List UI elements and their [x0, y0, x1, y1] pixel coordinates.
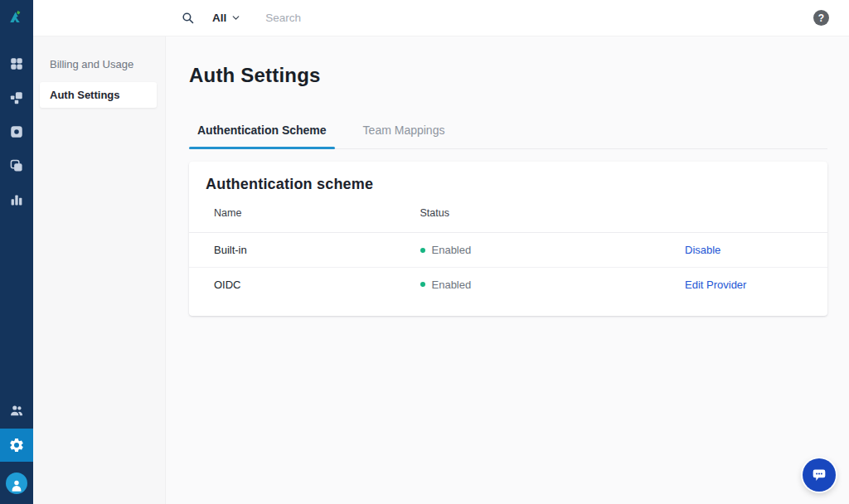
authentication-scheme-card: Authentication scheme Name Status Built-…: [189, 162, 827, 316]
card-title: Authentication scheme: [189, 162, 827, 193]
page-title: Auth Settings: [189, 64, 827, 87]
applications-icon[interactable]: [9, 90, 24, 105]
scheme-status: Enabled: [420, 244, 686, 256]
table-header: Name Status: [189, 193, 827, 233]
table-row: OIDC Enabled Edit Provider: [189, 267, 827, 301]
anchore-logo-icon: [7, 7, 26, 26]
scheme-name: OIDC: [214, 279, 420, 291]
main-content: Auth Settings Authentication Scheme Team…: [166, 36, 849, 504]
scheme-status: Enabled: [420, 279, 686, 291]
chevron-down-icon: [230, 12, 241, 23]
search-icon[interactable]: [181, 11, 195, 25]
disable-link[interactable]: Disable: [685, 244, 720, 256]
settings-nav-item-auth[interactable]: Auth Settings: [40, 82, 157, 108]
anchore-logo[interactable]: [0, 0, 33, 33]
column-header-status: Status: [420, 207, 686, 219]
chat-button[interactable]: [803, 458, 836, 492]
row-action: Disable: [685, 244, 803, 256]
help-button[interactable]: ?: [813, 10, 829, 26]
status-text: Enabled: [432, 244, 472, 256]
settings-nav: Billing and Usage Auth Settings: [33, 36, 166, 504]
team-icon[interactable]: [9, 403, 24, 418]
row-action: Edit Provider: [685, 279, 803, 291]
tab-authentication-scheme[interactable]: Authentication Scheme: [189, 124, 335, 148]
edit-provider-link[interactable]: Edit Provider: [685, 279, 746, 291]
chat-bubble-icon: [810, 466, 828, 484]
search-input[interactable]: [265, 12, 614, 24]
person-icon: [9, 477, 24, 492]
table-row: Built-in Enabled Disable: [189, 233, 827, 267]
dashboard-icon[interactable]: [9, 56, 24, 71]
registry-icon[interactable]: [9, 124, 24, 139]
tab-team-mappings[interactable]: Team Mappings: [355, 124, 454, 148]
topbar: All ?: [33, 0, 849, 36]
primary-sidebar: [0, 0, 33, 504]
search-scope-value: All: [212, 12, 226, 24]
scheme-name: Built-in: [214, 244, 420, 256]
search-scope-dropdown[interactable]: All: [212, 12, 241, 24]
primary-nav: [9, 56, 24, 207]
sidebar-bottom: [0, 403, 33, 504]
tab-bar: Authentication Scheme Team Mappings: [189, 124, 827, 149]
reports-icon[interactable]: [9, 192, 24, 207]
sidebar-item-settings[interactable]: [0, 429, 33, 462]
settings-nav-item-billing[interactable]: Billing and Usage: [40, 51, 157, 77]
account-avatar[interactable]: [6, 472, 27, 494]
status-text: Enabled: [432, 279, 472, 291]
column-header-name: Name: [214, 207, 420, 219]
help-glyph: ?: [818, 12, 824, 24]
images-icon[interactable]: [9, 158, 24, 173]
status-dot-icon: [420, 282, 425, 287]
status-dot-icon: [420, 248, 425, 253]
gear-icon: [8, 437, 25, 453]
